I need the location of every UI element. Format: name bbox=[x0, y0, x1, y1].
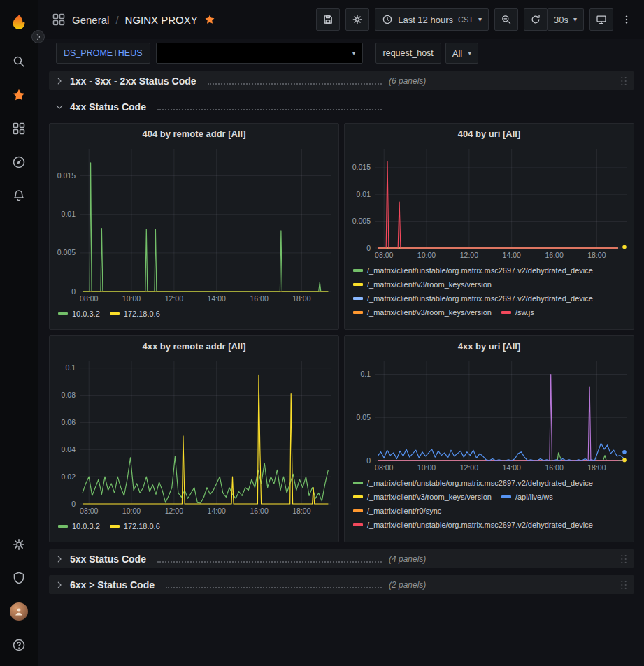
legend-item[interactable]: 10.0.3.2 bbox=[58, 307, 100, 321]
toolbar: Last 12 hours CST ▾ 30s ▾ bbox=[316, 8, 634, 31]
panel-count: (4 panels) bbox=[389, 554, 426, 564]
dashboard-header: General / NGINX PROXY Last 12 hours CST … bbox=[38, 0, 644, 39]
timezone-label: CST bbox=[458, 15, 473, 24]
favorite-star-icon[interactable] bbox=[204, 14, 215, 25]
sidebar-item-alerting[interactable] bbox=[3, 180, 34, 211]
help-icon bbox=[12, 638, 26, 652]
row-title: 4xx Status Code bbox=[70, 101, 146, 113]
request-host-value: All bbox=[452, 48, 462, 59]
dotted-leader bbox=[208, 83, 382, 85]
panel-legend: 10.0.3.2172.18.0.6 bbox=[50, 518, 338, 542]
zoom-out-button[interactable] bbox=[494, 8, 518, 31]
svg-text:0.08: 0.08 bbox=[62, 391, 76, 399]
svg-text:0.1: 0.1 bbox=[360, 370, 371, 378]
sidebar-item-explore[interactable] bbox=[3, 147, 34, 178]
series-color-swatch bbox=[501, 311, 511, 314]
datasource-variable-chip[interactable]: DS_PROMETHEUS bbox=[56, 43, 150, 64]
monitor-icon bbox=[596, 14, 607, 25]
panel-header[interactable]: 404 by uri [All] bbox=[345, 124, 634, 143]
svg-text:0.01: 0.01 bbox=[357, 190, 371, 198]
svg-text:08:00: 08:00 bbox=[80, 294, 98, 303]
drag-handle-icon[interactable] bbox=[617, 553, 630, 565]
sidebar-item-starred[interactable] bbox=[3, 80, 34, 110]
time-series-chart[interactable]: 00.0050.010.01508:0010:0012:0014:0016:00… bbox=[50, 143, 338, 305]
request-host-value-select[interactable]: All ▾ bbox=[445, 43, 478, 64]
svg-text:0: 0 bbox=[366, 456, 371, 465]
request-host-variable: request_host All ▾ bbox=[375, 43, 479, 64]
legend-label: /_matrix/client/unstable/org.matrix.msc2… bbox=[367, 294, 593, 303]
chevron-down-icon bbox=[55, 102, 64, 112]
svg-text:0.02: 0.02 bbox=[62, 472, 76, 481]
svg-text:10:00: 10:00 bbox=[417, 463, 436, 472]
breadcrumb-separator: / bbox=[115, 14, 118, 26]
legend-item[interactable]: /_matrix/client/unstable/org.matrix.msc2… bbox=[353, 263, 593, 277]
row-title: 6xx > Status Code bbox=[70, 579, 155, 591]
svg-text:14:00: 14:00 bbox=[503, 463, 521, 472]
row-1xx-3xx-2xx[interactable]: 1xx - 3xx - 2xx Status Code (6 panels) bbox=[49, 71, 634, 90]
share-icon[interactable] bbox=[222, 14, 233, 25]
dashboard-squares-icon bbox=[52, 13, 66, 27]
dashboard-panel: 4xx by uri [All] 00.050.108:0010:0012:00… bbox=[344, 335, 634, 542]
refresh-button-group: 30s ▾ bbox=[524, 8, 584, 31]
panel-header[interactable]: 4xx by uri [All] bbox=[345, 336, 634, 356]
sidebar-item-profile[interactable] bbox=[3, 596, 34, 627]
legend-item[interactable]: 172.18.0.6 bbox=[110, 307, 160, 321]
kebab-menu-button[interactable] bbox=[619, 8, 634, 31]
row-5xx[interactable]: 5xx Status Code (4 panels) bbox=[49, 549, 634, 568]
sidebar-item-search[interactable] bbox=[3, 46, 34, 77]
grafana-logo[interactable] bbox=[3, 7, 34, 38]
legend-item[interactable]: /sw.js bbox=[501, 305, 534, 319]
sidebar-item-configuration[interactable] bbox=[3, 529, 34, 560]
refresh-interval-select[interactable]: 30s ▾ bbox=[548, 8, 584, 31]
legend-item[interactable]: /_matrix/client/v3/room_keys/version bbox=[353, 490, 492, 504]
time-series-chart[interactable]: 00.0050.010.01508:0010:0012:0014:0016:00… bbox=[345, 143, 634, 262]
svg-text:0.005: 0.005 bbox=[57, 248, 76, 256]
series-color-swatch bbox=[353, 311, 363, 314]
row-title: 5xx Status Code bbox=[70, 553, 146, 565]
refresh-button[interactable] bbox=[524, 8, 548, 31]
time-series-chart[interactable]: 00.020.040.060.080.108:0010:0012:0014:00… bbox=[50, 356, 338, 518]
panel-header[interactable]: 404 by remote addr [All] bbox=[50, 124, 338, 143]
expand-sidebar-button[interactable] bbox=[31, 30, 45, 43]
dotted-leader bbox=[157, 109, 382, 110]
time-series-chart[interactable]: 00.050.108:0010:0012:0014:0016:0018:00 bbox=[345, 356, 634, 475]
dashboards-icon bbox=[12, 122, 26, 136]
series-color-swatch bbox=[110, 525, 120, 528]
legend-item[interactable]: /_matrix/client/unstable/org.matrix.msc2… bbox=[353, 291, 593, 305]
row-6xx[interactable]: 6xx > Status Code (2 panels) bbox=[49, 575, 634, 594]
legend-item[interactable]: /_matrix/client/unstable/org.matrix.msc2… bbox=[353, 476, 593, 490]
legend-label: /_matrix/client/v3/room_keys/version bbox=[367, 280, 492, 289]
main-area: General / NGINX PROXY Last 12 hours CST … bbox=[38, 0, 644, 666]
legend-item[interactable]: /_matrix/client/unstable/org.matrix.msc2… bbox=[353, 518, 593, 532]
series-color-swatch bbox=[501, 495, 511, 498]
drag-handle-icon[interactable] bbox=[617, 75, 630, 87]
legend-label: /api/live/ws bbox=[515, 493, 553, 501]
svg-text:10:00: 10:00 bbox=[417, 251, 436, 259]
drag-handle-icon[interactable] bbox=[617, 579, 630, 591]
dashboard-settings-button[interactable] bbox=[345, 8, 369, 31]
svg-text:18:00: 18:00 bbox=[292, 294, 310, 303]
save-icon bbox=[322, 14, 334, 25]
save-dashboard-button[interactable] bbox=[316, 8, 340, 31]
legend-item[interactable]: /api/live/ws bbox=[501, 490, 553, 504]
breadcrumb-folder[interactable]: General bbox=[72, 14, 109, 26]
legend-item[interactable]: /_matrix/client/r0/sync bbox=[353, 504, 441, 518]
series-color-swatch bbox=[353, 523, 363, 526]
legend-item[interactable]: 10.0.3.2 bbox=[58, 519, 100, 533]
sidebar-item-server-admin[interactable] bbox=[3, 563, 34, 593]
cycle-view-button[interactable] bbox=[589, 8, 613, 31]
row-4xx[interactable]: 4xx Status Code bbox=[49, 97, 634, 116]
panel-legend: /_matrix/client/unstable/org.matrix.msc2… bbox=[345, 475, 634, 542]
svg-text:12:00: 12:00 bbox=[460, 251, 478, 259]
legend-label: /_matrix/client/v3/room_keys/version bbox=[367, 493, 492, 501]
legend-item[interactable]: /_matrix/client/v3/room_keys/version bbox=[353, 305, 492, 319]
svg-text:12:00: 12:00 bbox=[165, 507, 183, 515]
legend-item[interactable]: 172.18.0.6 bbox=[110, 519, 160, 533]
sidebar-item-help[interactable] bbox=[3, 630, 34, 660]
sidebar-item-dashboards[interactable] bbox=[3, 113, 34, 144]
legend-item[interactable]: /_matrix/client/v3/room_keys/version bbox=[353, 277, 492, 291]
datasource-value-select[interactable]: ▾ bbox=[156, 43, 363, 64]
time-range-picker[interactable]: Last 12 hours CST ▾ bbox=[375, 8, 489, 31]
panel-legend: 10.0.3.2172.18.0.6 bbox=[50, 305, 338, 329]
panel-header[interactable]: 4xx by remote addr [All] bbox=[50, 336, 338, 356]
